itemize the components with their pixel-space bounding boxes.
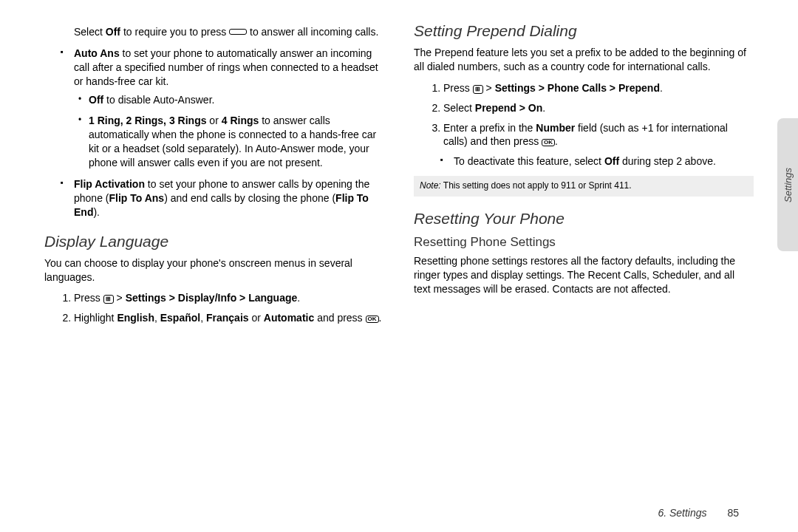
page-footer: 6. Settings 85 (658, 507, 739, 519)
menu-key-icon: ⊞ (473, 85, 483, 94)
text: . (555, 135, 558, 147)
bold-path: Settings > Display/Info > Language (126, 292, 298, 304)
heading-prepend: Setting Prepend Dialing (414, 22, 754, 40)
thumb-tab: Settings (777, 118, 798, 251)
text: > (114, 292, 126, 304)
text: , (154, 312, 160, 324)
talk-key-icon (229, 29, 247, 35)
text: Highlight (74, 312, 117, 324)
text: . (379, 312, 382, 324)
dl-step-2: Highlight English, Español, Français or … (74, 311, 384, 325)
footer-chapter: 6. Settings (658, 507, 706, 519)
dl-step-1: Press ⊞ > Settings > Display/Info > Lang… (74, 291, 384, 305)
bold-path: Prepend > On (475, 102, 542, 114)
dl-intro: You can choose to display your phone's o… (44, 256, 384, 284)
bold-flip: Flip Activation (74, 178, 145, 190)
bullet-flip: Flip Activation to set your phone to ans… (74, 177, 384, 219)
bold-auto-ans: Auto Ans (74, 47, 120, 59)
text: Select (443, 102, 475, 114)
bold-flip-ans: Flip To Ans (109, 192, 164, 204)
subbullet-off: Off to disable Auto-Answer. (89, 93, 384, 107)
text: to disable Auto-Answer. (103, 94, 214, 106)
text: Select (74, 26, 106, 38)
reset-body: Resetting phone settings restores all th… (414, 254, 754, 296)
thumb-tab-label: Settings (782, 168, 794, 202)
bold-off: Off (106, 26, 120, 38)
sub-bullet-list: Off to disable Auto-Answer. 1 Ring, 2 Ri… (74, 93, 384, 170)
auto-ans-intro: Select Off to require you to press to an… (74, 25, 384, 39)
text: ) and end calls by closing the phone ( (164, 192, 335, 204)
text: to answer all incoming calls. (247, 26, 378, 38)
spd-step-1: Press ⊞ > Settings > Phone Calls > Prepe… (443, 81, 754, 95)
bold-off: Off (89, 94, 103, 106)
heading-reset: Resetting Your Phone (414, 210, 754, 228)
note-box: Note: This setting does not apply to 911… (414, 176, 754, 197)
text: Press (443, 82, 473, 94)
bold-path: Settings > Phone Calls > Prepend (495, 82, 660, 94)
dl-steps: Press ⊞ > Settings > Display/Info > Lang… (44, 291, 384, 325)
bullet-auto-ans: Auto Ans to set your phone to automatica… (74, 47, 384, 170)
text: . (297, 292, 300, 304)
spd-steps: Press ⊞ > Settings > Phone Calls > Prepe… (414, 81, 754, 168)
heading-display-language: Display Language (44, 233, 384, 250)
text: To deactivate this feature, select (454, 155, 604, 167)
text: to set your phone to automatically answe… (74, 47, 378, 87)
note-text: This setting does not apply to 911 or Sp… (441, 180, 632, 191)
bold-4rings: 4 Rings (222, 115, 259, 126)
text: , (200, 312, 206, 324)
text: . (660, 82, 663, 94)
text: Enter a prefix in the (443, 122, 536, 134)
ok-key-icon: OK (366, 316, 379, 323)
spd-deactivate: To deactivate this feature, select Off d… (454, 154, 754, 168)
bold-auto: Automatic (264, 312, 314, 324)
text: . (542, 102, 545, 114)
bold-off: Off (604, 155, 619, 167)
subbullet-rings: 1 Ring, 2 Rings, 3 Rings or 4 Rings to a… (89, 114, 384, 170)
text: > (483, 82, 495, 94)
bold-rings: 1 Ring, 2 Rings, 3 Rings (89, 115, 206, 126)
bold-es: Español (160, 312, 200, 324)
subheading-reset-settings: Resetting Phone Settings (414, 235, 754, 250)
ok-key-icon: OK (542, 139, 555, 146)
text: or (249, 312, 264, 324)
spd-sub-bullets: To deactivate this feature, select Off d… (443, 154, 754, 168)
spd-intro: The Prepend feature lets you set a prefi… (414, 46, 754, 74)
menu-key-icon: ⊞ (103, 295, 114, 304)
bold-number: Number (536, 122, 575, 134)
page-content: Select Off to require you to press to an… (0, 0, 798, 473)
text: and press (314, 312, 365, 324)
text: Press (74, 292, 103, 304)
text: ). (93, 206, 100, 218)
text: or (206, 115, 221, 126)
footer-page-number: 85 (727, 507, 739, 519)
spd-step-2: Select Prepend > On. (443, 101, 754, 115)
text: to require you to press (120, 26, 229, 38)
right-column: Setting Prepend Dialing The Prepend feat… (414, 22, 754, 458)
bold-en: English (117, 312, 154, 324)
bullet-list: Auto Ans to set your phone to automatica… (44, 47, 384, 219)
text: during step 2 above. (619, 155, 716, 167)
bold-fr: Français (206, 312, 249, 324)
left-column: Select Off to require you to press to an… (44, 22, 384, 458)
spd-step-3: Enter a prefix in the Number field (such… (443, 121, 754, 169)
note-label: Note: (420, 180, 441, 191)
